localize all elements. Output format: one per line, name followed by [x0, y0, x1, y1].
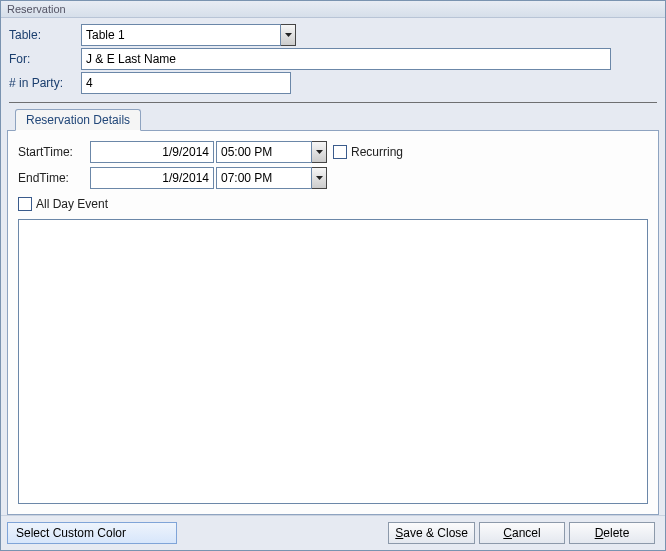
table-dropdown-icon[interactable] — [281, 24, 296, 46]
table-input[interactable] — [81, 24, 281, 46]
tab-body: StartTime: Recurring EndTime: — [7, 130, 659, 515]
start-time-label: StartTime: — [18, 145, 90, 159]
select-custom-color-button[interactable]: Select Custom Color — [7, 522, 177, 544]
for-label: For: — [9, 52, 81, 66]
table-label: Table: — [9, 28, 81, 42]
window-title: Reservation — [1, 1, 665, 18]
for-input[interactable] — [81, 48, 611, 70]
party-label: # in Party: — [9, 76, 81, 90]
start-date-input[interactable] — [90, 141, 214, 163]
tabs: Reservation Details StartTime: Recurring… — [7, 109, 659, 515]
table-combo[interactable] — [81, 24, 296, 46]
start-time-combo[interactable] — [216, 141, 327, 163]
start-time-input[interactable] — [216, 141, 312, 163]
divider — [9, 102, 657, 103]
start-time-dropdown-icon[interactable] — [312, 141, 327, 163]
recurring-checkbox[interactable] — [333, 145, 347, 159]
cancel-button[interactable]: Cancel — [479, 522, 565, 544]
header-form: Table: For: # in Party: — [1, 18, 665, 98]
spacer — [181, 522, 388, 544]
party-input[interactable] — [81, 72, 291, 94]
save-and-close-button[interactable]: Save & Close — [388, 522, 475, 544]
footer: Select Custom Color Save & Close Cancel … — [1, 515, 665, 550]
tab-reservation-details[interactable]: Reservation Details — [15, 109, 141, 131]
end-date-input[interactable] — [90, 167, 214, 189]
all-day-label: All Day Event — [36, 197, 108, 211]
end-time-dropdown-icon[interactable] — [312, 167, 327, 189]
end-time-combo[interactable] — [216, 167, 327, 189]
reservation-window: Reservation Table: For: # in Party: Rese… — [0, 0, 666, 551]
end-time-input[interactable] — [216, 167, 312, 189]
recurring-label: Recurring — [351, 145, 403, 159]
notes-textarea[interactable] — [18, 219, 648, 504]
delete-button[interactable]: Delete — [569, 522, 655, 544]
end-time-label: EndTime: — [18, 171, 90, 185]
all-day-checkbox[interactable] — [18, 197, 32, 211]
